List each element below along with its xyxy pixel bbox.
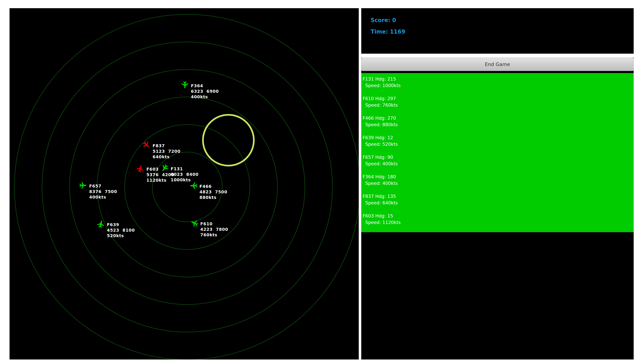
aircraft-icon-F131[interactable] [160,163,169,173]
flight-list-item-F657[interactable]: F657 Hdg: 90Speed: 400kts [361,152,634,172]
button-list-gap [361,71,634,73]
flight-hdg-line: F639 Hdg: 12 [363,134,634,141]
flight-hdg-line: F657 Hdg: 90 [363,154,634,160]
aircraft-icon-F466[interactable] [190,182,197,189]
flight-speed-line: Speed: 1120kts [363,219,634,226]
flight-speed-line: Speed: 640kts [363,200,634,206]
radar-range-ring-6 [14,14,359,360]
flight-speed-line: Speed: 400kts [363,180,634,186]
radar-range-ring-3 [97,97,277,277]
aircraft-icon-F837[interactable] [142,140,151,150]
radar-scope-panel[interactable]: F3646323 6900400ktsF8375123 7200640ktsF6… [10,8,359,360]
flight-list-item-F364[interactable]: F364 Hdg: 180Speed: 400kts [361,172,634,191]
radar-range-ring-1 [152,152,222,222]
flight-speed-line: Speed: 880kts [363,121,634,128]
flight-hdg-line: F466 Hdg: 270 [363,115,634,121]
radar-range-ring-2 [125,124,250,250]
end-game-button[interactable]: End Game [361,58,634,71]
flight-speed-line: Speed: 760kts [363,102,634,108]
flight-hdg-line: F603 Hdg: 15 [363,212,634,219]
radar-svg [10,8,359,360]
flight-list-item-F466[interactable]: F466 Hdg: 270Speed: 880kts [361,113,634,133]
score-text: Score: 0 [371,17,634,24]
flight-hdg-line: F131 Hdg: 215 [363,76,634,82]
radar-range-ring-5 [42,42,332,332]
panel-divider [361,54,634,58]
flight-list-item-F639[interactable]: F639 Hdg: 12Speed: 520kts [361,133,634,152]
flight-speed-line: Speed: 400kts [363,160,634,167]
aircraft-icon-F364[interactable] [181,82,188,88]
flight-hdg-line: F837 Hdg: 135 [363,193,634,200]
flight-hdg-line: F610 Hdg: 297 [363,95,634,102]
flight-speed-line: Speed: 1000kts [363,82,634,89]
flight-speed-line: Speed: 520kts [363,141,634,148]
flight-list-item-F131[interactable]: F131 Hdg: 215Speed: 1000kts [361,74,634,94]
flight-hdg-line: F364 Hdg: 180 [363,174,634,180]
flight-list: F131 Hdg: 215Speed: 1000ktsF610 Hdg: 297… [361,73,634,232]
radar-range-ring-4 [70,70,305,304]
time-text: Time: 1169 [371,28,634,35]
flight-list-item-F603[interactable]: F603 Hdg: 15Speed: 1120kts [361,211,634,230]
aircraft-icon-F603[interactable] [136,164,145,173]
flight-list-item-F610[interactable]: F610 Hdg: 297Speed: 760kts [361,94,634,113]
aircraft-icon-F657[interactable] [80,182,87,189]
scoreboard: Score: 0 Time: 1169 [361,8,634,54]
side-panel-filler [361,232,634,360]
side-panel: Score: 0 Time: 1169 End Game F131 Hdg: 2… [361,8,634,360]
aircraft-icon-F610[interactable] [190,218,199,228]
flight-list-item-F837[interactable]: F837 Hdg: 135Speed: 640kts [361,191,634,211]
